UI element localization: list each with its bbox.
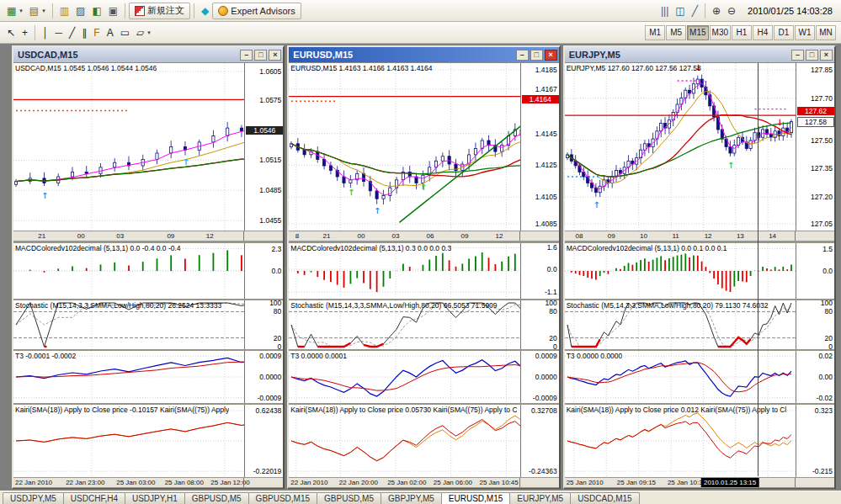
time-tick: 25 Jan 2010 — [567, 479, 604, 486]
kairi-plot[interactable] — [289, 405, 519, 477]
window-close-button[interactable]: × — [545, 50, 557, 61]
chart-tab-gbpusd-m5[interactable]: GBPUSD,M5 — [317, 492, 381, 504]
scale-label: 1.4167 — [535, 85, 557, 93]
chart-tab-usdjpy-m5[interactable]: USDJPY,M5 — [3, 492, 64, 504]
zoom-out-button[interactable]: ⊖ — [724, 3, 739, 19]
main-chart-panel[interactable]: ↑↓↑↓127.85127.70127.50127.35127.20127.05… — [565, 63, 834, 231]
timeframe-h1[interactable]: H1 — [732, 25, 752, 40]
scale-label: -0.0009 — [257, 394, 281, 402]
new-chart-button[interactable]: ▦▾ — [3, 3, 26, 19]
profiles-button[interactable]: ▤▾ — [26, 3, 49, 19]
timeframe-h4[interactable]: H4 — [753, 25, 773, 40]
chart-line-button[interactable]: ╱ — [689, 3, 701, 19]
macd-price-scale[interactable]: 1.50.0 — [796, 243, 834, 299]
trendline-tool-button[interactable]: ╱ — [66, 24, 78, 41]
timeframe-m5[interactable]: M5 — [666, 25, 686, 40]
window-minimize-button[interactable]: – — [240, 50, 253, 61]
crosshair-tool-button[interactable]: + — [19, 24, 31, 41]
macd-panel[interactable]: 2.30.0MACDColoredv102decimal (5,13,1) 0.… — [13, 243, 283, 299]
kairi-panel[interactable]: 0.323-0.215Kairi(SMA(18)) Apply to Close… — [565, 405, 834, 477]
chart-tab-eurusd-m15[interactable]: EURUSD,M15 — [441, 492, 510, 504]
stoch-price-scale[interactable]: 10080200 — [520, 300, 559, 349]
window-restore-button[interactable]: □ — [254, 50, 267, 61]
stoch-price-scale[interactable]: 10080200 — [796, 300, 834, 349]
window-restore-button[interactable]: □ — [530, 50, 543, 61]
t3-price-scale[interactable]: 0.00090.0000-0.0009 — [520, 351, 559, 403]
kairi-price-scale[interactable]: 0.62438-0.22019 — [244, 405, 283, 477]
main-chart-plot[interactable]: ↑↑↓ — [13, 63, 244, 231]
timeframe-d1[interactable]: D1 — [774, 25, 794, 40]
window-restore-button[interactable]: □ — [806, 50, 818, 61]
t3-panel[interactable]: 0.00090.0000-0.0009T3 -0.0001 -0.0002 — [13, 351, 283, 403]
chart-tab-gbpjpy-m5[interactable]: GBPJPY,M5 — [381, 492, 442, 504]
main-chart-panel[interactable]: ↑↑↓1.06051.05751.05151.04851.04551.0546U… — [13, 63, 283, 231]
kairi-panel[interactable]: 0.32708-0.24363Kairi(SMA(18)) Apply to C… — [289, 405, 558, 477]
window-titlebar-eurusd[interactable]: EURUSD,M15–□× — [289, 47, 558, 62]
main-chart-price-scale[interactable]: 127.85127.70127.50127.35127.20127.05127.… — [796, 63, 834, 231]
scale-label: 127.50 — [811, 136, 833, 145]
timeframe-m30[interactable]: M30 — [710, 25, 731, 40]
text-tool-button[interactable]: A — [104, 24, 117, 41]
label-tool-button[interactable]: ▭ — [117, 24, 133, 41]
expert-advisors-button[interactable]: Expert Advisors — [212, 3, 301, 19]
chart-tab-usdcad-m15[interactable]: USDCAD,M15 — [570, 492, 639, 504]
timeframe-m15[interactable]: M15 — [687, 25, 708, 40]
shapes-tool-button[interactable]: ▱▾ — [133, 24, 154, 41]
kairi-plot[interactable] — [13, 405, 244, 477]
window-minimize-button[interactable]: – — [516, 50, 529, 61]
window-titlebar-usdcad[interactable]: USDCAD,M15–□× — [13, 47, 283, 62]
market-watch-button[interactable]: ▥ — [56, 3, 72, 19]
main-chart-plot[interactable]: ↑↑↑↓ — [289, 63, 519, 231]
timeframe-w1[interactable]: W1 — [795, 25, 815, 40]
t3-price-scale[interactable]: 0.020.00-0.02 — [796, 351, 834, 403]
chart-tab-usdchf-h4[interactable]: USDCHF,H4 — [63, 492, 125, 504]
t3-price-scale[interactable]: 0.00090.0000-0.0009 — [244, 351, 283, 403]
horizontal-line-tool-button[interactable]: ─ — [52, 24, 67, 41]
window-close-button[interactable]: × — [269, 50, 281, 61]
stoch-panel[interactable]: 10080200Stochastic (M15,14,3,3,SMMA,Low/… — [13, 300, 283, 349]
chart-bars-button[interactable]: ||| — [657, 3, 672, 19]
scale-label: 1.0605 — [259, 67, 281, 76]
macd-price-scale[interactable]: 2.30.0 — [244, 243, 283, 299]
main-chart-plot[interactable]: ↑↓↑↓ — [565, 63, 796, 231]
vertical-line-tool-button[interactable]: │ — [39, 24, 52, 41]
kairi-price-scale[interactable]: 0.32708-0.24363 — [520, 405, 559, 477]
stoch-panel[interactable]: 10080200Stochastic (M5,14,3,3,SMMA,Low/H… — [565, 300, 834, 349]
data-window-button[interactable]: ▨ — [72, 3, 88, 19]
chart-tab-gbpusd-m15[interactable]: GBPUSD,M15 — [248, 492, 317, 504]
stoch-price-scale[interactable]: 10080200 — [244, 300, 283, 349]
timeframe-mn[interactable]: MN — [816, 25, 836, 40]
kairi-plot[interactable] — [565, 405, 796, 477]
zoom-in-button[interactable]: ⊕ — [709, 3, 724, 19]
scale-label: -0.24363 — [529, 467, 557, 475]
new-order-button[interactable]: 新規注文 — [129, 3, 190, 19]
channel-tool-button[interactable]: ∥ — [78, 24, 90, 41]
macd-price-scale[interactable]: 1.60.0-1.1 — [520, 243, 559, 299]
kairi-price-scale[interactable]: 0.323-0.215 — [796, 405, 834, 477]
navigator-button[interactable]: ◧ — [88, 3, 104, 19]
chart-tab-eurjpy-m5[interactable]: EURJPY,M5 — [509, 492, 571, 504]
macd-panel[interactable]: 1.60.0-1.1MACDColoredv102decimal (5,13,1… — [289, 243, 558, 299]
chart-candlesticks-button[interactable]: ◫ — [672, 3, 688, 19]
timeframe-m1[interactable]: M1 — [645, 25, 665, 40]
t3-panel[interactable]: 0.00090.0000-0.0009T3 0.0000 0.0001 — [289, 351, 558, 403]
main-chart-panel[interactable]: ↑↑↑↓1.41851.41671.41451.41251.41051.4085… — [289, 63, 558, 231]
main-chart-price-scale[interactable]: 1.06051.05751.05151.04851.04551.0546 — [244, 63, 283, 231]
scale-label: 1.5 — [822, 245, 833, 253]
cursor-tool-button[interactable]: ↖ — [3, 24, 19, 41]
chart-tab-gbpusd-m5[interactable]: GBPUSD,M5 — [184, 492, 249, 504]
stoch-panel[interactable]: 10080200Stochastic (M15,14,3,3,SMMA,Low/… — [289, 300, 558, 349]
fibonacci-tool-button[interactable]: F — [90, 24, 103, 41]
t3-panel[interactable]: 0.020.00-0.02T3 0.0000 0.0000 — [565, 351, 834, 403]
chart-tab-usdjpy-h1[interactable]: USDJPY,H1 — [125, 492, 185, 504]
current-price-box: 1.4164 — [522, 95, 559, 103]
kairi-panel[interactable]: 0.62438-0.22019Kairi(SMA(18)) Apply to C… — [13, 405, 283, 477]
metaeditor-button[interactable]: ◆ — [198, 3, 212, 19]
window-titlebar-eurjpy[interactable]: EURJPY,M5–□× — [565, 47, 834, 62]
text-tool-icon: A — [107, 28, 114, 38]
main-chart-price-scale[interactable]: 1.41851.41671.41451.41251.41051.40851.41… — [520, 63, 559, 231]
window-minimize-button[interactable]: – — [791, 50, 804, 61]
macd-panel[interactable]: 1.50.0MACDColoredv102decimal (5,13,1) 0.… — [565, 243, 834, 299]
window-close-button[interactable]: × — [820, 50, 833, 61]
terminal-button[interactable]: ▣ — [105, 3, 121, 19]
